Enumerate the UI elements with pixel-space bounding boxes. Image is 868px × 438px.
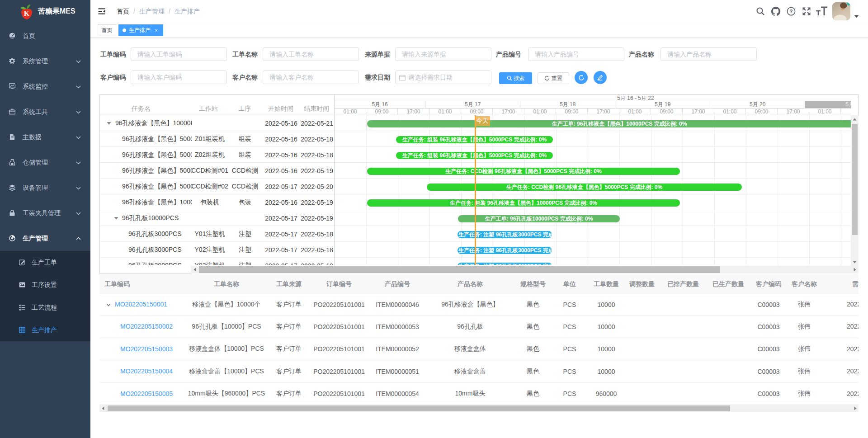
svg-text:K: K bbox=[24, 9, 30, 17]
